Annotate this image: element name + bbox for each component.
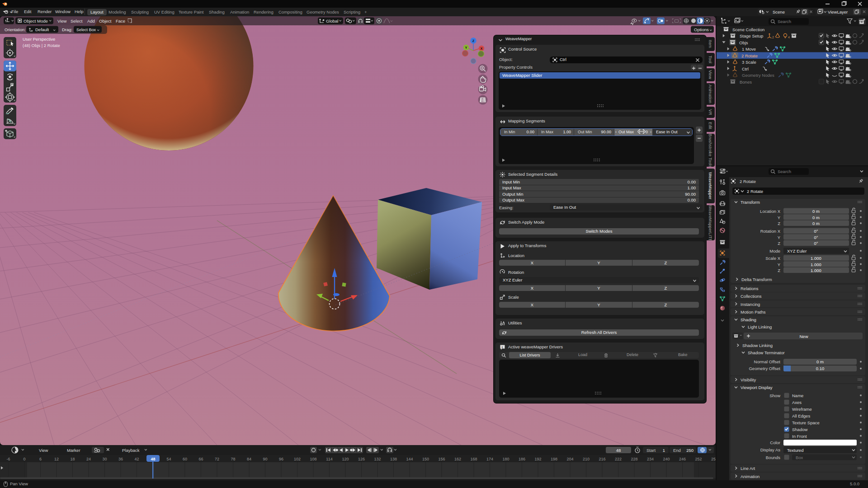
svg-text:216: 216: [599, 457, 605, 461]
svg-text:48: 48: [616, 448, 621, 453]
svg-text:18: 18: [70, 457, 75, 461]
svg-text:i: i: [502, 346, 503, 349]
svg-text:54: 54: [166, 457, 171, 461]
svg-text:Z: Z: [778, 268, 780, 273]
svg-text:72: 72: [215, 457, 219, 461]
svg-text:192: 192: [534, 457, 541, 461]
svg-text:12: 12: [54, 457, 59, 461]
svg-text:1.000: 1.000: [811, 262, 821, 267]
svg-text:108: 108: [310, 457, 316, 461]
svg-text:1: 1: [663, 448, 665, 453]
svg-text:(48) Objs | 2 Rotate: (48) Objs | 2 Rotate: [23, 43, 60, 48]
svg-text:Location X: Location X: [760, 209, 781, 214]
svg-text:162: 162: [454, 457, 461, 461]
svg-text:Color: Color: [770, 440, 780, 445]
svg-text:Mode: Mode: [769, 249, 780, 253]
svg-text:126: 126: [358, 457, 365, 461]
svg-text:204: 204: [566, 457, 573, 461]
svg-text:252: 252: [695, 457, 702, 461]
svg-text:Object: Object: [99, 19, 112, 23]
svg-text:234: 234: [647, 457, 654, 461]
svg-text:168: 168: [470, 457, 477, 461]
svg-text:Start: Start: [646, 448, 656, 453]
svg-text:222: 222: [615, 457, 622, 461]
svg-text:2 Rotate: 2 Rotate: [747, 189, 763, 194]
svg-text:Delta Transform: Delta Transform: [741, 277, 772, 282]
svg-text:0: 0: [23, 457, 25, 461]
svg-text:0°: 0°: [814, 241, 818, 246]
svg-text:Orientation:: Orientation:: [5, 28, 26, 32]
svg-text:Texture Space: Texture Space: [792, 420, 820, 425]
svg-text:Shadow Linking: Shadow Linking: [742, 343, 773, 348]
svg-text:1 Move: 1 Move: [742, 47, 756, 52]
svg-text:X: X: [480, 47, 482, 51]
svg-text:174: 174: [486, 457, 493, 461]
svg-text:0 m: 0 m: [812, 209, 820, 214]
svg-text:84: 84: [247, 457, 251, 461]
svg-text:1.000: 1.000: [811, 268, 821, 273]
svg-text:120: 120: [342, 457, 349, 461]
svg-text:Z: Z: [472, 39, 475, 43]
svg-text:Options: Options: [694, 27, 709, 32]
svg-text:View: View: [39, 448, 48, 453]
svg-text:Select Box: Select Box: [76, 28, 96, 32]
svg-text:90: 90: [263, 457, 267, 461]
svg-text:Geometry Offset: Geometry Offset: [749, 366, 780, 371]
svg-text:48: 48: [151, 457, 155, 461]
svg-text:Animation: Animation: [741, 474, 760, 479]
svg-text:Textured: Textured: [787, 448, 803, 453]
svg-text:114: 114: [326, 457, 332, 461]
svg-text:0 m: 0 m: [812, 215, 820, 220]
svg-text:User Perspective: User Perspective: [23, 37, 55, 42]
svg-text:0 m: 0 m: [812, 221, 820, 226]
svg-text:258: 258: [711, 457, 716, 461]
svg-text:6: 6: [39, 457, 42, 461]
svg-text:Name: Name: [792, 393, 803, 398]
svg-text:ViewLayer: ViewLayer: [828, 9, 848, 14]
svg-text:Y: Y: [778, 262, 781, 267]
svg-text:78: 78: [231, 457, 235, 461]
svg-text:All Edges: All Edges: [792, 413, 810, 418]
svg-text:Y: Y: [778, 215, 781, 220]
svg-text:Shading: Shading: [741, 317, 756, 322]
svg-text:24: 24: [86, 457, 91, 461]
svg-text:Bones: Bones: [740, 80, 752, 84]
svg-text:150: 150: [422, 457, 429, 461]
svg-text:4: 4: [788, 36, 790, 39]
svg-text:Default: Default: [35, 27, 49, 32]
svg-text:Scale X: Scale X: [765, 256, 780, 261]
svg-text:102: 102: [294, 457, 301, 461]
svg-text:144: 144: [406, 457, 413, 461]
svg-text:-6: -6: [6, 457, 10, 461]
svg-text:In Front: In Front: [792, 434, 807, 439]
svg-text:96: 96: [279, 457, 283, 461]
svg-text:Select: Select: [71, 19, 83, 23]
svg-text:Scene: Scene: [773, 9, 785, 14]
svg-text:Display As: Display As: [760, 447, 781, 452]
svg-text:Normal Offset: Normal Offset: [754, 359, 781, 364]
svg-text:240: 240: [663, 457, 670, 461]
svg-text:138: 138: [390, 457, 397, 461]
svg-text:View: View: [57, 19, 67, 23]
svg-text:End: End: [673, 448, 681, 453]
svg-text:Playback: Playback: [122, 448, 140, 453]
svg-text:250: 250: [686, 448, 693, 453]
svg-text:Line Art: Line Art: [741, 466, 755, 471]
svg-text:0°: 0°: [814, 229, 818, 234]
svg-text:210: 210: [583, 457, 590, 461]
svg-text:New: New: [799, 334, 808, 339]
svg-text:132: 132: [374, 457, 381, 461]
svg-text:2 Rotate: 2 Rotate: [741, 53, 758, 58]
svg-text:Bounds: Bounds: [766, 455, 780, 460]
svg-text:Ctrl: Ctrl: [742, 66, 749, 71]
svg-text:186: 186: [519, 457, 525, 461]
svg-text:Stage Setup: Stage Setup: [740, 33, 763, 38]
svg-text:Y: Y: [465, 46, 467, 50]
svg-text:3 Scale: 3 Scale: [742, 60, 756, 65]
svg-text:198: 198: [551, 457, 557, 461]
svg-text:0.10: 0.10: [816, 366, 825, 371]
svg-text:Search: Search: [778, 169, 791, 174]
svg-text:Show: Show: [769, 393, 780, 398]
svg-text:Objs: Objs: [739, 40, 748, 45]
svg-text:0 m: 0 m: [816, 359, 824, 364]
